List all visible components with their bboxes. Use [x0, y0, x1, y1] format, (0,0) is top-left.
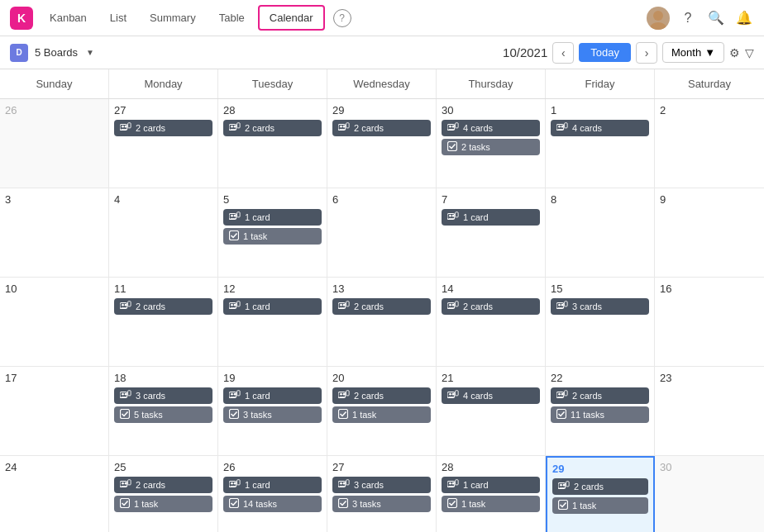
day-cell-24-w4[interactable]: 24: [0, 456, 109, 532]
task-badge[interactable]: 1 task: [552, 497, 648, 514]
day-cell-2[interactable]: 2: [655, 99, 764, 188]
day-cell-23-w3[interactable]: 23: [655, 367, 764, 456]
card-badge[interactable]: 2 cards: [332, 387, 431, 404]
today-button[interactable]: Today: [579, 43, 631, 62]
svg-rect-86: [456, 391, 459, 396]
svg-rect-53: [346, 302, 350, 306]
tab-calendar[interactable]: Calendar: [258, 5, 325, 31]
day-cell-16-w2[interactable]: 16: [655, 278, 764, 367]
card-badge[interactable]: 4 cards: [551, 120, 649, 136]
task-badge[interactable]: 1 task: [114, 496, 212, 512]
day-cell-29-w4[interactable]: 292 cards1 task: [546, 456, 655, 532]
day-cell-11-w2[interactable]: 112 cards: [109, 278, 218, 367]
svg-point-1: [650, 22, 666, 30]
task-badge[interactable]: 5 tasks: [114, 406, 212, 423]
dropdown-arrow-icon[interactable]: ▼: [86, 48, 94, 57]
task-badge[interactable]: 11 tasks: [551, 406, 649, 423]
day-cell-18-w3[interactable]: 183 cards5 tasks: [109, 367, 218, 456]
day-cell-28-w4[interactable]: 281 card1 task: [437, 456, 546, 532]
day-cell-7-w1[interactable]: 71 card: [437, 188, 546, 278]
day-cell-27[interactable]: 272 cards: [109, 99, 218, 188]
search-icon[interactable]: 🔍: [706, 8, 726, 28]
next-month-button[interactable]: ›: [636, 42, 657, 64]
day-cell-5-w1[interactable]: 51 card1 task: [218, 188, 327, 278]
card-badge[interactable]: 3 cards: [551, 298, 649, 315]
day-number: 7: [442, 193, 540, 206]
task-badge[interactable]: 1 task: [442, 496, 540, 512]
day-cell-27-w4[interactable]: 273 cards3 tasks: [327, 456, 437, 532]
day-cell-29[interactable]: 292 cards: [327, 99, 437, 188]
svg-point-18: [449, 126, 451, 128]
day-cell-21-w3[interactable]: 214 cards: [437, 367, 546, 456]
day-cell-13-w2[interactable]: 132 cards: [327, 278, 437, 367]
notification-icon[interactable]: 🔔: [734, 8, 754, 28]
card-badge[interactable]: 1 card: [223, 387, 322, 404]
card-badge[interactable]: 2 cards: [442, 298, 540, 315]
card-badge[interactable]: 3 cards: [332, 477, 431, 493]
day-cell-25-w4[interactable]: 252 cards1 task: [109, 456, 218, 532]
day-number: 20: [332, 372, 431, 384]
day-cell-3-w1[interactable]: 3: [0, 188, 109, 278]
card-badge[interactable]: 2 cards: [552, 478, 648, 495]
card-badge[interactable]: 2 cards: [332, 298, 431, 315]
card-icon: [447, 390, 459, 401]
task-badge[interactable]: 14 tasks: [223, 496, 322, 512]
help-icon[interactable]: ?: [333, 9, 351, 27]
card-badge[interactable]: 1 card: [223, 298, 322, 315]
task-badge[interactable]: 1 task: [223, 228, 322, 245]
day-cell-30[interactable]: 304 cards2 tasks: [437, 99, 546, 188]
task-badge[interactable]: 2 tasks: [442, 139, 540, 155]
day-cell-22-w3[interactable]: 222 cards11 tasks: [546, 367, 655, 456]
day-cell-10-w2[interactable]: 10: [0, 278, 109, 367]
card-badge[interactable]: 1 card: [223, 477, 322, 493]
current-date: 10/2021: [503, 45, 547, 59]
day-cell-4-w1[interactable]: 4: [109, 188, 218, 278]
tab-table[interactable]: Table: [209, 5, 255, 31]
card-badge[interactable]: 1 card: [442, 209, 540, 226]
tab-list[interactable]: List: [100, 5, 136, 31]
help-circle-icon[interactable]: ?: [678, 8, 698, 28]
card-badge[interactable]: 3 cards: [114, 387, 212, 404]
card-badge[interactable]: 2 cards: [551, 387, 649, 404]
day-cell-26-w4[interactable]: 261 card14 tasks: [218, 456, 327, 532]
day-cell-20-w3[interactable]: 202 cards1 task: [327, 367, 437, 456]
svg-rect-43: [128, 302, 131, 306]
day-cell-15-w2[interactable]: 153 cards: [546, 278, 655, 367]
day-cell-12-w2[interactable]: 121 card: [218, 278, 327, 367]
day-cell-6-w1[interactable]: 6: [327, 188, 437, 278]
svg-rect-98: [121, 499, 130, 508]
day-cell-28[interactable]: 282 cards: [218, 99, 327, 188]
task-icon: [229, 230, 239, 242]
day-cell-19-w3[interactable]: 191 card3 tasks: [218, 367, 327, 456]
day-cell-9-w1[interactable]: 9: [655, 188, 764, 278]
day-cell-30-w4[interactable]: 30: [655, 456, 764, 532]
month-view-button[interactable]: Month ▼: [662, 42, 724, 63]
task-badge[interactable]: 3 tasks: [332, 496, 431, 512]
filter-icon[interactable]: ⚙: [729, 46, 740, 59]
day-cell-8-w1[interactable]: 8: [546, 188, 655, 278]
day-cell-14-w2[interactable]: 142 cards: [437, 278, 546, 367]
funnel-icon[interactable]: ▽: [745, 46, 754, 59]
tab-summary[interactable]: Summary: [140, 5, 206, 31]
avatar[interactable]: [647, 7, 670, 30]
day-cell-1[interactable]: 14 cards: [546, 99, 655, 188]
prev-month-button[interactable]: ‹: [552, 42, 574, 64]
card-badge[interactable]: 4 cards: [442, 387, 540, 404]
tab-kanban[interactable]: Kanban: [40, 5, 97, 31]
card-badge[interactable]: 1 card: [442, 477, 540, 493]
day-cell-26[interactable]: 26: [0, 99, 109, 188]
svg-rect-104: [230, 499, 239, 508]
card-badge[interactable]: 2 cards: [332, 120, 431, 136]
card-badge[interactable]: 2 cards: [114, 298, 212, 315]
card-icon: [229, 301, 241, 312]
task-badge[interactable]: 1 task: [332, 406, 431, 423]
header-friday: Friday: [546, 69, 655, 98]
day-cell-17-w3[interactable]: 17: [0, 367, 109, 456]
task-badge[interactable]: 3 tasks: [223, 406, 322, 423]
card-badge[interactable]: 1 card: [223, 209, 322, 226]
card-badge[interactable]: 2 cards: [223, 120, 322, 136]
boards-label[interactable]: 5 Boards: [35, 46, 78, 59]
card-badge[interactable]: 4 cards: [442, 120, 540, 136]
card-badge[interactable]: 2 cards: [114, 477, 212, 493]
card-badge[interactable]: 2 cards: [114, 120, 212, 136]
